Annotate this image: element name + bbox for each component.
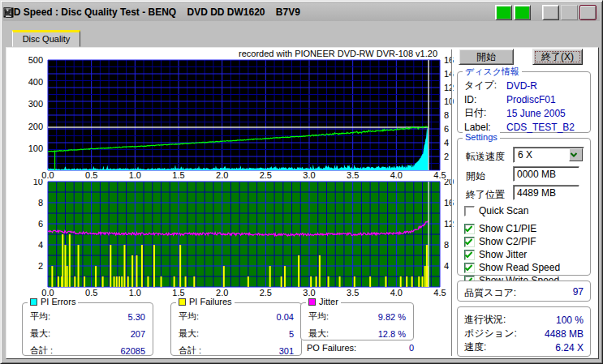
progress-row-value: 100 % [556, 315, 584, 326]
stat-group-title: PI Failures [176, 297, 235, 306]
stat-group-title: PI Errors [28, 297, 78, 306]
progress-row-value: 6.24 X [555, 342, 584, 353]
progress-row: 速度:6.24 X [458, 340, 590, 354]
svg-text:4.0: 4.0 [390, 170, 403, 179]
maximize-button[interactable] [561, 5, 578, 20]
stat-row-value: 5 [289, 329, 294, 339]
panel-divider [451, 49, 453, 356]
close-button[interactable] [579, 5, 597, 20]
checkbox-label: Show Jitter [479, 249, 527, 260]
stat-group-name: PI Failures [189, 297, 232, 306]
svg-text:3.5: 3.5 [347, 170, 359, 179]
checkbox-show-c1-pie[interactable]: Show C1/PIE [464, 223, 536, 234]
checkbox-label: Show Read Speed [479, 262, 560, 273]
checkbox-label: Show C1/PIE [479, 223, 536, 234]
window-title: CD Speed : Disc Quality Test - BENQ DVD … [6, 6, 493, 18]
svg-text:6: 6 [38, 219, 43, 229]
checkmark-icon [464, 225, 473, 233]
stat-row-value: 207 [131, 329, 145, 339]
exit-button[interactable]: 終了(X) [532, 49, 583, 65]
svg-text:2: 2 [444, 152, 449, 161]
speed-label: 転送速度 [466, 150, 505, 164]
svg-text:2.5: 2.5 [260, 288, 272, 298]
checkmark-icon [464, 251, 473, 259]
stat-row-value: 62085 [120, 346, 145, 356]
disc-info-row: ID:ProdiscF01 [458, 92, 590, 106]
quality-score-row: 品質スコア: 97 [458, 281, 590, 300]
stat-row: 平均:9.82 % [301, 308, 413, 325]
progress-group: 進行状況:100 %ポジション:4488 MB速度:6.24 X [457, 306, 591, 357]
end-position-field[interactable]: 4489 MB [513, 185, 579, 200]
speed-combobox[interactable]: 6 X [513, 147, 584, 163]
tab-label: Disc Quality [23, 34, 71, 44]
disc-info-group: ディスク情報 タイプ:DVD-RID:ProdiscF01日付:15 June … [457, 71, 591, 133]
stat-group-name: PI Errors [41, 297, 75, 306]
tab-disc-quality[interactable]: Disc Quality [12, 30, 80, 47]
svg-text:1.0: 1.0 [129, 170, 141, 179]
stat-row-value: 9.82 % [378, 312, 406, 322]
titlebar: CD Speed : Disc Quality Test - BENQ DVD … [3, 3, 600, 21]
disc-info-label: Label: [464, 122, 506, 133]
quality-score-value: 97 [573, 286, 584, 300]
stat-row-value: 0.04 [277, 312, 294, 322]
checkbox-box[interactable] [464, 237, 475, 247]
settings-group: Settings 転送速度 6 X 開始 0000 MB 終了位置 4489 M… [457, 138, 591, 276]
checkbox-box[interactable] [464, 224, 475, 234]
stat-row-label: 平均: [30, 310, 50, 323]
svg-text:0.0: 0.0 [41, 170, 54, 179]
po-failures-label: PO Failures: [307, 343, 356, 353]
pi-failures-jitter-chart: 246810481216200.00.51.01.52.02.53.03.54.… [6, 179, 459, 302]
progress-row: ポジション:4488 MB [458, 327, 590, 340]
checkbox-show-jitter[interactable]: Show Jitter [464, 249, 527, 260]
combo-dropdown-button[interactable] [569, 148, 583, 161]
checkbox-label: Quick Scan [479, 205, 528, 216]
stat-row: 最大:207 [23, 325, 153, 342]
svg-text:3.0: 3.0 [303, 170, 315, 179]
svg-text:1.0: 1.0 [129, 288, 141, 298]
svg-text:3.5: 3.5 [347, 288, 359, 298]
svg-text:8: 8 [444, 240, 449, 250]
settings-title: Settings [463, 132, 500, 142]
checkbox-box[interactable] [464, 263, 475, 273]
svg-text:4: 4 [38, 240, 43, 250]
checkbox-box[interactable] [464, 206, 475, 216]
copy-to-clipboard-button[interactable] [495, 5, 512, 20]
chevron-down-icon [570, 152, 578, 158]
stat-row: 最大:5 [171, 325, 301, 342]
svg-text:100: 100 [28, 143, 43, 153]
start-position-field[interactable]: 0000 MB [513, 166, 579, 182]
stat-row: 最大:12.8 % [301, 325, 413, 342]
svg-text:0.5: 0.5 [85, 288, 97, 298]
svg-text:10: 10 [33, 179, 43, 186]
svg-text:8: 8 [38, 198, 43, 208]
app-window: CD Speed : Disc Quality Test - BENQ DVD … [0, 0, 603, 364]
checkbox-show-read-speed[interactable]: Show Read Speed [464, 262, 560, 273]
pi-errors-speed-chart: 1002003004005002468101214160.00.51.01.52… [6, 48, 459, 179]
stat-group-title: Jitter [306, 297, 341, 306]
svg-text:0.5: 0.5 [85, 170, 97, 179]
svg-text:200: 200 [28, 122, 43, 131]
save-button[interactable] [514, 5, 531, 20]
checkmark-icon [464, 263, 473, 272]
stat-row-value: 5.30 [128, 312, 145, 322]
disc-info-title: ディスク情報 [463, 66, 522, 78]
svg-text:300: 300 [28, 99, 43, 109]
checkbox-label: Show C2/PIF [479, 236, 536, 247]
minimize-button[interactable] [542, 5, 559, 20]
start-button[interactable]: 開始 [459, 49, 514, 65]
svg-text:1.5: 1.5 [172, 170, 184, 179]
checkbox-show-c2-pif[interactable]: Show C2/PIF [464, 236, 536, 247]
stat-row-label: 合計 : [30, 345, 53, 357]
progress-row-label: 速度: [464, 340, 486, 354]
legend-swatch-icon [308, 298, 316, 306]
svg-text:4.0: 4.0 [390, 288, 403, 298]
svg-text:4.5: 4.5 [433, 288, 446, 298]
svg-text:2.5: 2.5 [260, 170, 272, 179]
stat-group-pi-failures: PI Failures平均:0.04最大:5合計 :301 [170, 302, 302, 356]
svg-text:6: 6 [444, 124, 449, 134]
checkbox-quick-scan[interactable]: Quick Scan [464, 205, 528, 216]
checkbox-box[interactable] [464, 250, 475, 260]
svg-text:400: 400 [28, 77, 43, 87]
disc-info-row: タイプ:DVD-R [458, 79, 590, 92]
svg-text:500: 500 [28, 55, 43, 65]
